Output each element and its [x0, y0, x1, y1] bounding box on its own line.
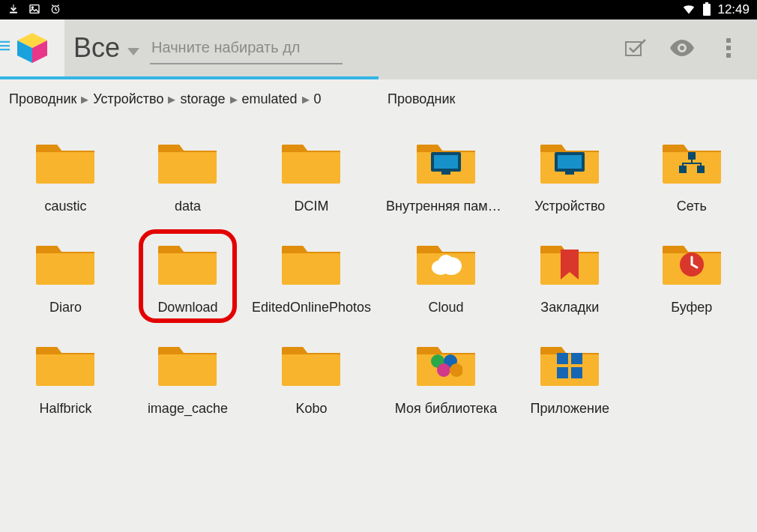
folder-icon [282, 341, 340, 386]
battery-icon [702, 2, 711, 18]
svg-rect-15 [434, 155, 458, 169]
bookmark-icon [561, 250, 579, 282]
shortcut-label: Буфер [671, 300, 712, 315]
shortcut-item[interactable]: Cloud [383, 234, 509, 321]
folder-icon [540, 139, 599, 184]
folder-icon [282, 139, 340, 184]
folder-icon [417, 240, 475, 285]
shortcut-item[interactable]: Сеть [631, 133, 753, 220]
circles-icon [429, 354, 462, 381]
alarm-icon [49, 3, 61, 17]
folder-label: Download [157, 300, 217, 315]
folder-grid-left: causticdataDCIMDiaroDownloadEditedOnline… [0, 115, 378, 532]
svg-rect-22 [697, 166, 705, 173]
shortcut-label: Устройство [534, 199, 605, 214]
folder-label: Diaro [49, 300, 82, 315]
svg-rect-32 [571, 353, 582, 364]
svg-rect-16 [441, 172, 450, 175]
pane-title-label: Проводник [387, 91, 455, 107]
breadcrumb-segment[interactable]: 0 [314, 91, 322, 107]
overflow-icon[interactable] [717, 36, 741, 60]
select-icon[interactable] [624, 36, 648, 60]
folder-icon [158, 341, 217, 386]
shortcut-item[interactable]: Приложение [509, 335, 631, 423]
shortcut-label: Приложение [530, 401, 609, 417]
folder-label: caustic [44, 199, 86, 214]
folder-item[interactable]: DCIM [249, 133, 374, 220]
svg-rect-19 [565, 172, 574, 175]
breadcrumb-segment[interactable]: emulated [242, 91, 298, 107]
svg-point-1 [31, 7, 33, 8]
breadcrumb[interactable]: Проводник▶Устройство▶storage▶emulated▶0 [0, 79, 378, 115]
folder-icon [282, 240, 340, 285]
breadcrumb-separator-icon: ▶ [230, 94, 238, 105]
folder-item[interactable]: image_cache [127, 335, 249, 423]
svg-rect-11 [726, 38, 731, 43]
svg-rect-3 [703, 4, 711, 16]
shortcut-item[interactable]: Закладки [509, 234, 631, 321]
shortcut-label: Внутренняя память [386, 199, 506, 214]
svg-rect-12 [726, 46, 731, 50]
svg-rect-33 [557, 367, 568, 378]
folder-icon [663, 240, 721, 285]
folder-item[interactable]: data [127, 133, 249, 220]
folder-icon [540, 240, 599, 285]
breadcrumb-segment[interactable]: Проводник [9, 91, 76, 107]
right-pane: Проводник Внутренняя памятьУстройствоСет… [378, 79, 757, 532]
category-spinner[interactable]: Все [73, 32, 139, 64]
shortcut-item[interactable]: Внутренняя память [383, 133, 509, 220]
svg-rect-9 [626, 42, 641, 55]
cloud-icon [427, 253, 465, 279]
folder-icon [158, 240, 217, 285]
folder-label: image_cache [148, 401, 228, 417]
folder-item[interactable]: Halfbrick [4, 335, 127, 423]
folder-icon [36, 139, 94, 184]
left-pane: Проводник▶Устройство▶storage▶emulated▶0 … [0, 79, 378, 532]
clock-icon [678, 251, 705, 281]
folder-item[interactable]: Diaro [4, 234, 127, 321]
svg-rect-18 [558, 155, 582, 169]
svg-point-25 [438, 255, 453, 268]
svg-rect-21 [679, 166, 687, 173]
app-logo-icon[interactable] [14, 30, 50, 66]
image-icon [28, 3, 40, 17]
menu-icon[interactable]: ≡ [0, 34, 11, 57]
shortcut-label: Cloud [428, 300, 463, 315]
folder-label: Halfbrick [39, 401, 91, 417]
breadcrumb-separator-icon: ▶ [81, 94, 88, 105]
shortcut-label: Моя библиотека [395, 401, 497, 417]
status-bar: 12:49 [0, 0, 757, 19]
folder-item[interactable]: caustic [4, 133, 127, 220]
folder-item[interactable]: EditedOnlinePhotos [249, 234, 374, 321]
svg-rect-13 [726, 53, 731, 58]
shortcut-item[interactable]: Моя библиотека [383, 335, 509, 423]
toolbar: ≡ Все [0, 19, 757, 76]
folder-icon [417, 139, 475, 184]
svg-rect-20 [688, 152, 696, 160]
network-icon [678, 152, 706, 178]
status-time: 12:49 [717, 2, 750, 17]
monitor-icon [553, 151, 586, 179]
shortcut-item[interactable]: Буфер [631, 234, 753, 321]
folder-icon [663, 139, 721, 184]
shortcut-item[interactable]: Устройство [509, 133, 631, 220]
visibility-icon[interactable] [670, 36, 694, 60]
folder-label: EditedOnlinePhotos [252, 300, 371, 315]
breadcrumb-separator-icon: ▶ [302, 94, 310, 105]
breadcrumb-segment[interactable]: storage [180, 91, 225, 107]
folder-icon [36, 341, 94, 386]
chevron-down-icon [127, 46, 139, 60]
folder-icon [36, 240, 94, 285]
folder-label: Kobo [295, 401, 327, 417]
shortcut-label: Закладки [540, 300, 599, 315]
svg-rect-4 [705, 2, 708, 4]
folder-item[interactable]: Download [127, 234, 249, 321]
shortcut-label: Сеть [677, 199, 707, 214]
folder-icon [540, 341, 599, 386]
breadcrumb-segment[interactable]: Устройство [93, 91, 163, 107]
right-pane-title: Проводник [378, 79, 757, 115]
folder-icon [417, 341, 475, 386]
wifi-icon [681, 3, 696, 17]
search-input[interactable] [150, 31, 343, 64]
folder-item[interactable]: Kobo [249, 335, 374, 423]
